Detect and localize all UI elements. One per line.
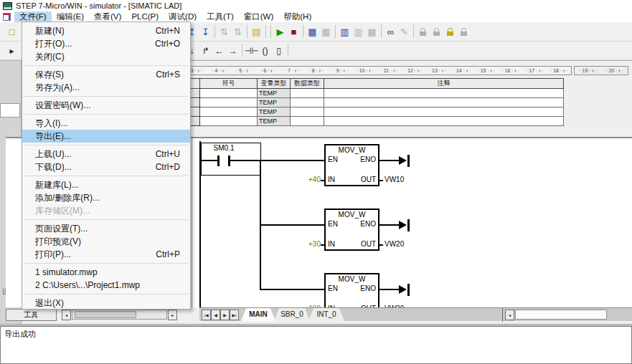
unlock-icon[interactable] [443,24,457,39]
line-up-icon[interactable]: ↱ [199,43,212,58]
menu-edit[interactable]: 编辑(E) [52,11,89,22]
eno-pin: ENO [360,219,376,229]
menu-item-save[interactable]: 保存(S)Ctrl+S [22,68,190,81]
vartype-cell[interactable]: TEMP [258,117,291,126]
datatype-cell[interactable] [291,117,324,126]
menu-item-upload[interactable]: 上载(U)...Ctrl+U [22,148,190,161]
run-icon[interactable]: ▶ [273,24,287,39]
pin-dash [379,244,383,246]
document-icon[interactable] [3,13,11,21]
tab-prev-button[interactable]: ◀ [211,310,220,320]
contact-icon[interactable]: ⊣⊢ [245,43,258,58]
mov-w-block[interactable]: MOV_W ENENO INOUT [324,144,379,186]
chart-write-icon[interactable]: ▩ [365,24,379,39]
scrollbar-thumb[interactable] [75,311,136,318]
line-left-icon[interactable]: ← [212,43,226,58]
menu-file[interactable]: 文件(F) [14,11,52,22]
menu-item-new-library[interactable]: 新建库(L)... [22,178,190,191]
lock-icon-1[interactable] [416,24,430,39]
datatype-cell[interactable] [291,89,324,98]
tab-last-button[interactable]: ▶| [230,310,239,320]
chart-pause-icon[interactable]: ▥ [352,24,365,39]
chart-status-icon[interactable]: ▥ [338,24,352,39]
comment-cell[interactable] [324,89,564,98]
comment-cell[interactable] [324,98,564,107]
menu-window[interactable]: 窗口(W) [239,11,279,22]
mov-w-block[interactable]: MOV_W ENENO INOUT [324,209,379,251]
coil-icon[interactable]: () [258,43,272,58]
menu-item-print[interactable]: 打印(P)...Ctrl+P [22,248,190,261]
vartype-cell[interactable]: TEMP [258,107,291,117]
menu-tools[interactable]: 工具(T) [202,11,239,22]
symbol-table-icon[interactable]: ▤ [250,24,263,39]
datatype-cell[interactable] [291,98,324,107]
stop-icon[interactable]: ■ [287,24,301,39]
scroll-left-button[interactable]: ◂ [62,310,71,320]
out-operand[interactable]: VW20 [385,240,404,248]
tab-int0[interactable]: INT_0 [308,308,344,321]
menu-item-label: 保存(S) [22,69,64,81]
horizontal-scrollbar[interactable] [72,310,167,320]
output-message: 导出成功 [1,327,631,342]
menu-item-recent-file-2[interactable]: 2 C:\Users\...\Project1.mwp [22,279,190,292]
menu-item-open[interactable]: 打开(O)...Ctrl+O [22,37,190,50]
menu-item-export[interactable]: 导出(E)... [22,130,190,143]
box-icon[interactable]: ▯ [272,43,286,58]
hscroll-left-button[interactable]: ◂ [505,310,514,320]
bookmark-glasses-icon[interactable]: ∞ [384,24,397,39]
lock-icon-3[interactable] [457,24,471,39]
menu-debug[interactable]: 调试(D) [164,11,202,22]
menu-view[interactable]: 查看(V) [89,11,126,22]
menu-item-close[interactable]: 关闭(C) [22,50,190,63]
menu-item-download[interactable]: 下载(D)...Ctrl+D [22,161,190,173]
menu-item-import[interactable]: 导入(I)... [22,117,190,130]
toolbar-separator [303,25,303,38]
in-value[interactable]: +40 [285,176,321,183]
in-value[interactable]: +30 [285,240,321,248]
menu-plc[interactable]: PLC(P) [126,11,164,22]
symbol-cell[interactable] [200,107,258,117]
tab-sbr0[interactable]: SBR_0 [274,308,310,321]
line-right-icon[interactable]: → [226,43,240,58]
symbol-cell[interactable] [200,98,258,107]
ruler-tick: · 4 · ı · [207,67,232,75]
mov-w-block[interactable]: MOV_W ENENO INOUT [324,273,379,307]
tab-next-button[interactable]: ▶ [220,310,230,320]
menu-item-exit[interactable]: 退出(X) [22,297,190,310]
sort-descending-icon[interactable]: ⇅ [231,24,245,39]
sort-ascending-icon[interactable]: ⇅ [217,24,231,39]
menu-item-set-password[interactable]: 设置密码(W)... [22,99,190,112]
menu-item-recent-file-1[interactable]: 1 simulator.mwp [22,266,190,279]
symbol-cell[interactable] [200,117,258,126]
menu-help[interactable]: 帮助(H) [278,11,316,22]
tools-tab[interactable]: 工具 [6,309,57,321]
scroll-right-button[interactable]: ▸ [168,310,177,320]
trend-pen-icon[interactable]: ✎ [397,24,411,39]
menu-item-new[interactable]: 新建(N)Ctrl+N [22,24,190,37]
tab-main[interactable]: MAIN [241,308,275,321]
download-icon[interactable]: ↧ [199,24,212,39]
tab-first-button[interactable]: |◀ [202,310,211,320]
contact-operand[interactable]: SM0.1 [204,144,244,152]
menu-item-save-as[interactable]: 另存为(A)... [22,81,190,94]
vartype-cell[interactable]: TEMP [258,98,291,107]
network-nav-icon[interactable]: ▸ [5,43,19,58]
wire [379,224,401,226]
app-window: STEP 7-Micro/WIN - simulator - [SIMATIC … [0,0,632,364]
vartype-cell[interactable]: TEMP [258,89,291,98]
lock-icon-2[interactable] [430,24,443,39]
datatype-cell[interactable] [291,107,324,117]
menu-item-print-preview[interactable]: 打印预览(V) [22,235,190,248]
comment-cell[interactable] [324,107,564,117]
symbol-cell[interactable] [200,89,258,98]
comment-cell[interactable] [324,117,564,126]
ruler-tick: · 11 · ı · [377,67,401,75]
out-operand[interactable]: VW10 [385,176,404,183]
program-status-icon[interactable]: ▦ [306,24,319,39]
menu-item-add-remove-libraries[interactable]: 添加/删除库(R)... [22,191,190,204]
pause-status-icon[interactable]: ▦ [319,24,333,39]
horizontal-scrollbar[interactable] [515,310,607,320]
menu-item-page-setup[interactable]: 页面设置(T)... [22,222,190,235]
new-file-icon[interactable]: □ [5,24,19,39]
pin-dash [321,180,324,181]
